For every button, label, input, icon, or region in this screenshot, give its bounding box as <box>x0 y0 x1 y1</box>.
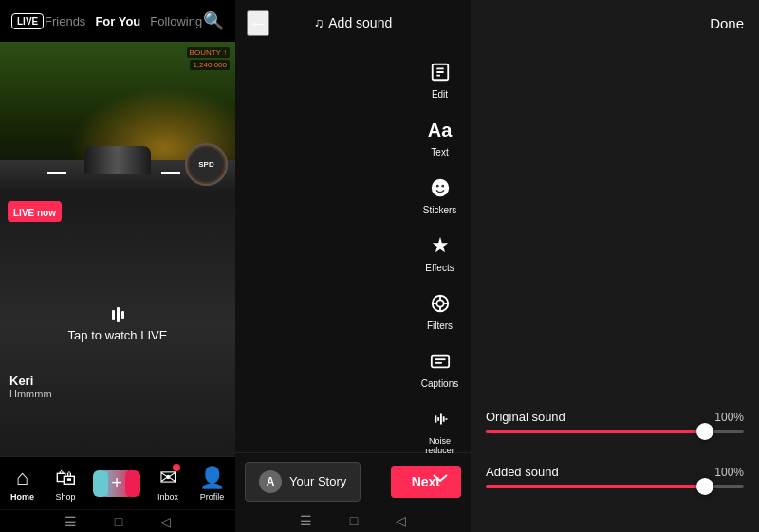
nav-friends[interactable]: Friends <box>45 14 85 28</box>
stickers-icon <box>425 173 455 203</box>
bar2 <box>117 307 120 322</box>
added-sound-fill <box>486 485 705 488</box>
original-sound-header: Original sound 100% <box>486 410 744 424</box>
home-label: Home <box>10 492 34 502</box>
inbox-badge-dot <box>173 464 180 471</box>
live-stream-area[interactable]: LIVE now Tap to watch LIVE Keri Hmmmm <box>0 193 235 456</box>
nav-item-create[interactable]: + <box>97 470 137 497</box>
text-label: Text <box>431 147 448 157</box>
svg-point-3 <box>441 185 444 188</box>
bottom-nav: ⌂ Home 🛍 Shop + ✉ Inbox 👤 Profile <box>0 456 235 509</box>
middle-hamburger-icon: ☰ <box>300 513 312 528</box>
original-sound-pct: 100% <box>714 411 744 424</box>
nav-item-home[interactable]: ⌂ Home <box>10 466 34 502</box>
car-shape <box>84 146 151 174</box>
filters-icon <box>425 288 455 319</box>
plus-button[interactable]: + <box>97 470 137 497</box>
svg-rect-10 <box>431 356 448 368</box>
bars-icon <box>112 307 124 322</box>
add-sound-button[interactable]: ♫ Add sound <box>314 15 392 30</box>
added-sound-thumb[interactable] <box>696 478 713 495</box>
added-sound-slider[interactable] <box>486 485 744 488</box>
tool-captions[interactable]: Captions <box>412 340 469 394</box>
hamburger-icon: ☰ <box>65 514 77 529</box>
text-icon: Aa <box>425 115 455 145</box>
left-panel: LIVE Friends For You Following 🔍 SPD BOU… <box>0 0 235 532</box>
right-panel: Done Original sound 100% Added sound 100… <box>471 0 759 532</box>
noise-reducer-label: Noise reducer <box>416 436 465 455</box>
search-icon[interactable]: 🔍 <box>203 10 224 31</box>
live-pill: LIVE now <box>8 201 62 222</box>
chevron-down-icon[interactable] <box>426 468 454 487</box>
nav-following[interactable]: Following <box>150 14 202 28</box>
done-button[interactable]: Done <box>710 15 744 32</box>
right-tools: Edit Aa Text Stickers <box>409 46 471 487</box>
original-sound-slider[interactable] <box>486 430 744 433</box>
right-top: Done <box>471 0 759 379</box>
middle-system-bar: ☰ □ ◁ <box>235 509 471 532</box>
nav-item-shop[interactable]: 🛍 Shop <box>55 466 76 502</box>
live-badge-label: LIVE <box>17 16 38 27</box>
original-sound-fill <box>486 430 705 433</box>
user-info: Keri Hmmmm <box>9 374 52 399</box>
video-thumbnail[interactable]: SPD BOUNTY ↑ 1,240,000 <box>0 42 235 193</box>
effects-icon <box>425 230 455 261</box>
hud-stat2: 1,240,000 <box>190 60 230 70</box>
hud-stat1: BOUNTY ↑ <box>187 47 230 58</box>
back-arrow-icon: ◁ <box>160 514 171 529</box>
tool-effects[interactable]: Effects <box>412 225 469 279</box>
added-sound-row: Added sound 100% <box>486 449 744 504</box>
added-sound-label: Added sound <box>486 465 559 479</box>
bar1 <box>112 310 115 320</box>
live-pill-text: LIVE now <box>13 208 56 218</box>
nav-item-inbox[interactable]: ✉ Inbox <box>157 466 178 502</box>
done-label: Done <box>710 15 744 31</box>
original-sound-thumb[interactable] <box>696 423 713 440</box>
add-sound-label: Add sound <box>328 15 392 30</box>
square-icon: □ <box>115 514 122 529</box>
nav-links: Friends For You Following <box>45 14 202 28</box>
tool-edit[interactable]: Edit <box>412 51 469 105</box>
nav-item-profile[interactable]: 👤 Profile <box>199 466 225 502</box>
added-sound-header: Added sound 100% <box>486 465 744 479</box>
profile-icon: 👤 <box>199 466 225 490</box>
svg-point-1 <box>431 179 448 196</box>
filters-label: Filters <box>427 321 453 331</box>
username: Keri <box>9 374 52 388</box>
middle-panel: ← ♫ Add sound Edit Aa <box>235 0 471 532</box>
captions-icon <box>425 346 455 376</box>
bar3 <box>121 311 124 319</box>
noise-reducer-icon <box>425 404 455 434</box>
captions-label: Captions <box>421 378 458 389</box>
shop-icon: 🛍 <box>55 466 76 490</box>
tool-noise-reducer[interactable]: Noise reducer <box>412 398 469 461</box>
shop-label: Shop <box>55 492 75 502</box>
svg-point-2 <box>435 185 438 188</box>
plus-icon: + <box>111 472 122 494</box>
speedometer: SPD <box>185 143 228 186</box>
profile-label: Profile <box>200 492 225 502</box>
edit-icon <box>425 57 455 87</box>
nav-for-you[interactable]: For You <box>95 14 140 28</box>
back-button[interactable]: ← <box>247 10 269 36</box>
tool-stickers[interactable]: Stickers <box>412 167 469 221</box>
original-sound-row: Original sound 100% <box>486 394 744 449</box>
tap-live-text: Tap to watch LIVE <box>68 328 168 342</box>
top-nav: LIVE Friends For You Following 🔍 <box>0 0 235 42</box>
added-sound-pct: 100% <box>714 466 744 479</box>
tool-text[interactable]: Aa Text <box>412 109 469 163</box>
edit-label: Edit <box>432 89 448 100</box>
user-desc: Hmmmm <box>9 388 52 399</box>
inbox-label: Inbox <box>157 492 178 502</box>
middle-back-icon: ◁ <box>396 513 406 528</box>
your-story-button[interactable]: A Your Story <box>245 462 361 502</box>
stickers-label: Stickers <box>423 205 457 215</box>
music-note-icon: ♫ <box>314 15 324 30</box>
game-hud: BOUNTY ↑ 1,240,000 <box>187 47 230 70</box>
effects-label: Effects <box>425 263 454 273</box>
tool-filters[interactable]: Filters <box>412 283 469 337</box>
sound-controls: Original sound 100% Added sound 100% <box>471 379 759 504</box>
home-icon: ⌂ <box>16 466 28 490</box>
middle-header: ← ♫ Add sound <box>235 0 471 46</box>
middle-content: Edit Aa Text Stickers <box>235 46 471 452</box>
